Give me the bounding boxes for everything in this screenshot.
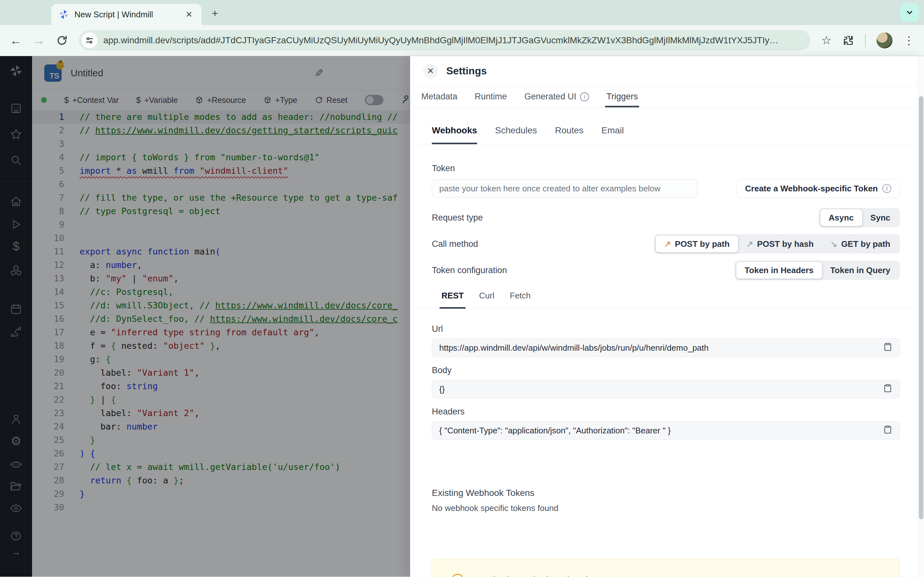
typescript-badge[interactable]: TS 👶 — [44, 64, 61, 82]
reload-button[interactable] — [56, 34, 68, 47]
code-line[interactable]: 19 g: { — [32, 353, 410, 366]
extensions-icon[interactable] — [843, 35, 854, 46]
sidebar-item-settings[interactable]: ⚙ — [0, 435, 32, 447]
url-text[interactable]: app.windmill.dev/scripts/add#JTdCJTIyaGF… — [103, 35, 779, 45]
tab-fetch[interactable]: Fetch — [510, 291, 531, 308]
code-line[interactable]: 20 label: "Variant 1", — [32, 366, 410, 380]
code-line[interactable]: 5import * as wmill from "windmill-client… — [32, 164, 410, 177]
sidebar-item-search[interactable] — [0, 153, 32, 167]
sidebar-item-routes[interactable] — [0, 326, 32, 339]
sidebar-item-runs[interactable] — [0, 218, 32, 231]
tab-webhooks[interactable]: Webhooks — [432, 125, 477, 144]
url-bar[interactable]: app.windmill.dev/scripts/add#JTdCJTIyaGF… — [79, 30, 811, 51]
script-title[interactable]: Untitled — [71, 68, 103, 79]
code-line[interactable]: 3 — [32, 137, 410, 151]
back-button[interactable]: ← — [10, 34, 22, 47]
create-webhook-token-button[interactable]: Create a Webhook-specific Token i — [736, 179, 900, 198]
code-line[interactable]: 6 — [32, 177, 410, 191]
option-async[interactable]: Async — [821, 210, 862, 226]
browser-tab[interactable]: New Script | Windmill ✕ — [51, 4, 202, 25]
sidebar-item-variables[interactable]: $ — [0, 240, 32, 253]
code-line[interactable]: 29} — [32, 487, 410, 501]
scrollbar-thumb[interactable] — [919, 96, 923, 519]
code-line[interactable]: 30 — [32, 501, 410, 514]
tab-generated-ui[interactable]: Generated UIi — [524, 86, 589, 107]
code-line[interactable]: 15 //d: wmill.S3Object, // https://www.w… — [32, 299, 410, 312]
code-line[interactable]: 27 // let x = await wmill.getVariable('u… — [32, 460, 410, 474]
code-line[interactable]: 14 //c: Postgresql, — [32, 285, 410, 299]
code-line[interactable]: 21 foo: string — [32, 380, 410, 393]
code-line[interactable]: 28 return { foo: a }; — [32, 474, 410, 487]
sidebar-item-folders[interactable] — [0, 479, 32, 493]
edit-pencil-icon[interactable]: ✎ — [314, 67, 324, 79]
reset-button[interactable]: Reset — [315, 95, 347, 105]
code-line[interactable]: 8// type Postgresql = object — [32, 205, 410, 218]
windmill-logo-icon[interactable] — [0, 64, 32, 77]
code-line[interactable]: 4// import { toWords } from "number-to-w… — [32, 151, 410, 164]
body-field[interactable]: {} — [432, 380, 900, 398]
option-token-in-query[interactable]: Token in Query — [822, 262, 899, 279]
token-input[interactable] — [432, 179, 698, 198]
code-line[interactable]: 12 a: number, — [32, 258, 410, 272]
code-line[interactable]: 2// https://www.windmill.dev/docs/gettin… — [32, 124, 410, 137]
sidebar-item-help[interactable] — [0, 530, 32, 543]
tab-curl[interactable]: Curl — [479, 291, 494, 308]
code-line[interactable]: 23 label: "Variant 2", — [32, 406, 410, 420]
tab-close-icon[interactable]: ✕ — [184, 10, 194, 19]
tab-rest[interactable]: REST — [441, 291, 464, 308]
code-lines[interactable]: 1// there are multiple modes to add as h… — [32, 110, 410, 577]
tab-email[interactable]: Email — [602, 125, 624, 144]
panel-scrollbar[interactable] — [918, 56, 924, 577]
sidebar-item-user[interactable] — [0, 413, 32, 426]
code-line[interactable]: 22 } | { — [32, 393, 410, 406]
close-icon[interactable]: ✕ — [423, 64, 438, 79]
profile-avatar[interactable] — [877, 32, 893, 48]
tab-metadata[interactable]: Metadata — [421, 86, 457, 107]
sidebar-item-home[interactable] — [0, 195, 32, 208]
option-post-by-hash[interactable]: ↗ POST by hash — [738, 235, 822, 252]
option-post-by-path[interactable]: ↗ POST by path — [656, 235, 738, 252]
tab-routes[interactable]: Routes — [555, 125, 583, 144]
option-token-in-headers[interactable]: Token in Headers — [736, 262, 822, 279]
code-line[interactable]: 9 — [32, 218, 410, 231]
tab-search-button[interactable] — [900, 3, 919, 22]
sidebar-item-workspace[interactable] — [0, 102, 32, 115]
headers-field[interactable]: { "Content-Type": "application/json", "A… — [432, 421, 900, 440]
sidebar-collapse-arrow-icon[interactable]: → — [0, 547, 32, 557]
sidebar-item-workers[interactable] — [0, 458, 32, 471]
sidebar-item-favorites[interactable] — [0, 127, 32, 141]
forward-button[interactable]: → — [33, 34, 45, 47]
code-line[interactable]: 25 } — [32, 434, 410, 447]
new-tab-button[interactable]: + — [212, 7, 218, 19]
tab-triggers[interactable]: Triggers — [606, 86, 638, 107]
code-line[interactable]: 7// fill the type, or use the +Resource … — [32, 191, 410, 205]
diff-toggle[interactable] — [365, 95, 383, 105]
tab-runtime[interactable]: Runtime — [475, 86, 507, 107]
code-line[interactable]: 18 f = { nested: "object" }, — [32, 339, 410, 353]
copy-icon[interactable] — [883, 342, 893, 354]
add-resource-button[interactable]: +Resource — [195, 95, 246, 105]
add-variable-button[interactable]: $ +Variable — [136, 95, 178, 105]
copy-icon[interactable] — [883, 384, 893, 395]
tab-schedules[interactable]: Schedules — [495, 125, 537, 144]
assistant-person-icon[interactable] — [401, 95, 410, 105]
code-line[interactable]: 1// there are multiple modes to add as h… — [32, 110, 410, 124]
sidebar-item-schedules[interactable] — [0, 302, 32, 316]
site-settings-icon[interactable] — [81, 32, 97, 48]
bookmark-star-icon[interactable]: ☆ — [821, 34, 832, 47]
sidebar-item-audit-logs[interactable] — [0, 502, 32, 515]
code-line[interactable]: 16 //d: DynSelect_foo, // https://www.wi… — [32, 312, 410, 326]
code-line[interactable]: 26) { — [32, 447, 410, 460]
browser-menu-icon[interactable]: ⋮ — [903, 34, 914, 47]
add-type-button[interactable]: +Type — [263, 95, 297, 105]
copy-icon[interactable] — [883, 425, 893, 437]
code-line[interactable]: 13 b: "my" | "enum", — [32, 272, 410, 285]
add-context-var-button[interactable]: $ +Context Var — [64, 95, 119, 105]
option-get-by-path[interactable]: ↘ GET by path — [822, 235, 899, 252]
option-sync[interactable]: Sync — [862, 210, 899, 226]
code-line[interactable]: 24 bar: number — [32, 420, 410, 434]
code-line[interactable]: 17 e = "inferred type string from defaul… — [32, 326, 410, 339]
url-field[interactable]: https://app.windmill.dev/api/w/windmill-… — [432, 338, 900, 357]
sidebar-item-resources[interactable] — [0, 264, 32, 277]
code-line[interactable]: 11export async function main( — [32, 245, 410, 258]
